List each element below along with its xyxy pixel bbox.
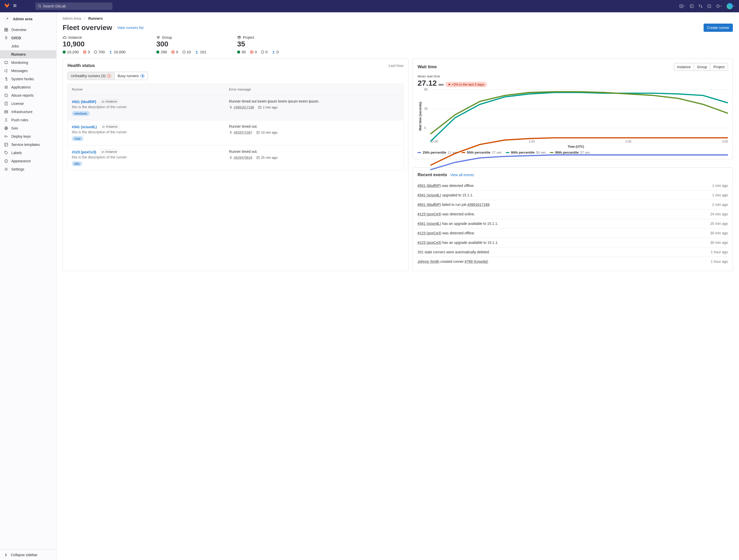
svg-point-33 bbox=[64, 36, 65, 37]
error-icon: ✕ bbox=[107, 74, 111, 78]
main-content: Admin Area / Runners Fleet overview View… bbox=[56, 12, 739, 560]
scope-project[interactable]: Project bbox=[710, 63, 728, 70]
calendar-icon bbox=[256, 131, 260, 134]
event-link[interactable]: #123 (poxCe3) bbox=[418, 240, 441, 245]
wait-delta-badge: +3% in the last 3 days bbox=[445, 82, 487, 87]
svg-point-8 bbox=[6, 37, 6, 38]
todos-icon[interactable] bbox=[707, 4, 711, 8]
sidebar-header[interactable]: Admin area bbox=[0, 12, 56, 26]
health-status-panel: Health status Last hour Unhealthy runner… bbox=[62, 58, 409, 271]
group-error: 0 bbox=[171, 50, 178, 54]
scope-badge: Instance bbox=[99, 150, 119, 154]
overview-group: Group 300 290 0 10 101 bbox=[156, 35, 206, 54]
breadcrumb: Admin Area / Runners bbox=[62, 16, 733, 20]
sidebar-item-runners[interactable]: Runners bbox=[0, 50, 56, 58]
settings-icon bbox=[4, 167, 8, 171]
sidebar-item-ci/cd[interactable]: CI/CD bbox=[0, 34, 56, 42]
event-link[interactable]: #341 (xciuvdL) bbox=[418, 221, 441, 226]
project-online: 35 bbox=[237, 50, 246, 54]
project-error: 0 bbox=[250, 50, 257, 54]
sidebar-item-geo[interactable]: Geo bbox=[0, 124, 56, 132]
runner-desc: this is the description of the runner bbox=[72, 130, 229, 134]
user-avatar[interactable] bbox=[727, 3, 735, 9]
sidebar-item-applications[interactable]: Applications bbox=[0, 83, 56, 91]
search-input[interactable] bbox=[43, 4, 110, 8]
gitlab-logo[interactable] bbox=[4, 3, 10, 10]
template-icon bbox=[4, 143, 8, 147]
search-icon bbox=[38, 4, 41, 8]
sidebar-item-license[interactable]: License bbox=[0, 100, 56, 108]
job-link[interactable]: #829371597 bbox=[234, 131, 252, 134]
merge-requests-icon[interactable] bbox=[699, 4, 703, 8]
event-link[interactable]: #501 (ldsdf0P) bbox=[418, 203, 441, 207]
sidebar-item-messages[interactable]: Messages bbox=[0, 67, 56, 75]
runner-time: 10 min ago bbox=[261, 131, 277, 134]
runner-link[interactable]: #501 (ldsdf0P) bbox=[72, 100, 96, 104]
y-axis-label: Wait time (seconds) bbox=[418, 89, 423, 143]
help-icon[interactable]: ? bbox=[716, 4, 722, 8]
sidebar: Admin area OverviewCI/CDJobsRunnersMonit… bbox=[0, 12, 56, 560]
error-message: Runner timed out. bbox=[229, 124, 400, 129]
hamburger-icon[interactable] bbox=[13, 4, 17, 9]
create-runner-button[interactable]: Create runner bbox=[704, 24, 733, 32]
mean-wait-unit: sec bbox=[438, 82, 444, 86]
event-time: 25 min ago bbox=[710, 221, 728, 226]
unhealthy-tab[interactable]: Unhealthy runners (3) ✕ bbox=[68, 72, 115, 80]
svg-rect-45 bbox=[257, 131, 260, 134]
collapse-sidebar[interactable]: Collapse sidebar bbox=[0, 550, 56, 560]
sidebar-item-appearance[interactable]: Appearance bbox=[0, 157, 56, 165]
sidebar-item-infrastructure[interactable]: Infrastructure bbox=[0, 108, 56, 116]
runner-link[interactable]: #123 (poxCe3) bbox=[72, 150, 96, 154]
page-title: Fleet overview bbox=[62, 24, 112, 32]
breadcrumb-root[interactable]: Admin Area bbox=[62, 16, 81, 20]
abuse-icon bbox=[4, 94, 8, 98]
search-input-wrap[interactable] bbox=[35, 3, 112, 10]
event-row: #123 (poxCe3) was detected online.24 min… bbox=[418, 209, 728, 219]
event-link[interactable]: #123 (poxCe3) bbox=[418, 231, 441, 235]
sidebar-item-settings[interactable]: Settings bbox=[0, 165, 56, 173]
issues-icon[interactable] bbox=[690, 4, 694, 8]
sidebar-item-jobs[interactable]: Jobs bbox=[0, 42, 56, 50]
triangle-up-icon bbox=[448, 83, 451, 85]
scope-badge: Instance bbox=[100, 124, 120, 129]
sidebar-item-service-templates[interactable]: Service templates bbox=[0, 141, 56, 149]
sidebar-item-overview[interactable]: Overview bbox=[0, 26, 56, 34]
svg-point-12 bbox=[7, 86, 8, 87]
event-link[interactable]: #341 (xciuvdL) bbox=[418, 193, 441, 197]
event-link[interactable]: Johnny Smith bbox=[418, 259, 439, 263]
apps-icon bbox=[4, 85, 8, 89]
sidebar-item-push-rules[interactable]: Push rules bbox=[0, 116, 56, 124]
sidebar-item-system-hooks[interactable]: System hooks bbox=[0, 75, 56, 83]
sidebar-title: Admin area bbox=[13, 17, 32, 21]
svg-point-13 bbox=[5, 87, 6, 88]
job-link[interactable]: #829370616 bbox=[234, 156, 252, 160]
labels-icon bbox=[4, 151, 8, 155]
sidebar-item-labels[interactable]: Labels bbox=[0, 149, 56, 157]
busy-tab[interactable]: Busy runners bbox=[115, 72, 147, 80]
x-tick: 2:00 bbox=[625, 140, 631, 143]
svg-point-11 bbox=[6, 86, 7, 87]
event-link[interactable]: #123 (poxCe3) bbox=[418, 212, 441, 216]
scope-group[interactable]: Group bbox=[694, 63, 711, 70]
license-icon bbox=[4, 102, 8, 106]
sidebar-item-abuse-reports[interactable]: Abuse reports bbox=[0, 91, 56, 100]
svg-point-36 bbox=[159, 36, 160, 37]
event-link[interactable]: #3991617168 bbox=[467, 203, 489, 207]
instance-paused: 700 bbox=[94, 50, 105, 54]
svg-point-37 bbox=[158, 38, 159, 39]
event-time: 30 min ago bbox=[710, 231, 728, 235]
event-link[interactable]: #789 (iUxw3q) bbox=[465, 259, 488, 263]
sidebar-item-deploy-keys[interactable]: Deploy keys bbox=[0, 132, 56, 141]
runner-tag: mac bbox=[72, 136, 84, 141]
sidebar-item-monitoring[interactable]: Monitoring bbox=[0, 58, 56, 67]
view-runners-link[interactable]: View runners list bbox=[117, 26, 143, 30]
job-link[interactable]: #3991617168 bbox=[234, 106, 254, 109]
x-tick: 12:00 bbox=[430, 140, 438, 143]
svg-rect-48 bbox=[257, 156, 260, 159]
event-row: #123 (poxCe3) has an upgrade available t… bbox=[418, 238, 728, 247]
runner-link[interactable]: #341 (xciuvdL) bbox=[72, 125, 97, 129]
scope-instance[interactable]: Instance bbox=[674, 63, 694, 70]
event-row: #341 (xciuvdL) has an upgrade available … bbox=[418, 219, 728, 228]
create-dropdown-icon[interactable] bbox=[680, 4, 685, 8]
y-tick: 60 bbox=[424, 88, 428, 91]
